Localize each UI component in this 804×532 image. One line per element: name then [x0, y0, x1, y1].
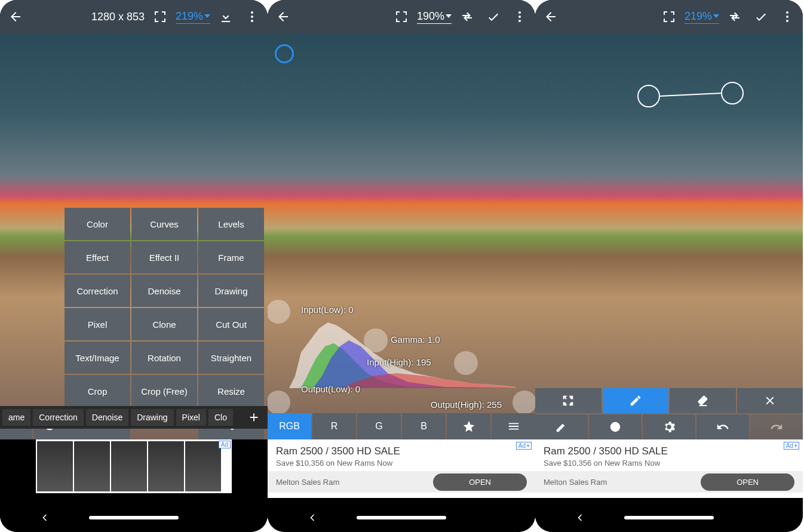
- download-icon[interactable]: [215, 6, 237, 27]
- tools-menu: Color Curves Levels Effect Effect II Fra…: [65, 208, 264, 439]
- menu-denoise[interactable]: Denoise: [131, 275, 197, 307]
- menu-levels[interactable]: Levels: [198, 208, 264, 240]
- add-tab-icon[interactable]: [243, 406, 265, 429]
- ad-banner[interactable]: Ad▾ Ram 2500 / 3500 HD SALE Save $10,356…: [268, 439, 535, 498]
- nav-back-icon[interactable]: [535, 512, 624, 524]
- draw-icon[interactable]: [603, 388, 669, 413]
- canvas[interactable]: [535, 33, 803, 439]
- menu-cutout[interactable]: Cut Out: [198, 308, 264, 340]
- ad-thumb[interactable]: [148, 441, 184, 491]
- ad-badge[interactable]: Ad▾: [784, 442, 799, 450]
- tab-drawing[interactable]: Drawing: [131, 409, 173, 426]
- nav-back-icon[interactable]: [0, 512, 89, 524]
- output-high-handle[interactable]: [513, 390, 535, 414]
- zoom-dropdown[interactable]: 190%: [417, 10, 452, 24]
- phone-3: 219% Ad▾: [535, 0, 803, 532]
- android-navbar: [0, 503, 268, 532]
- menu-crop[interactable]: Crop: [65, 375, 130, 407]
- fullscreen-icon[interactable]: [149, 6, 171, 27]
- svg-point-8: [518, 20, 521, 22]
- menu-color[interactable]: Color: [65, 208, 130, 240]
- nav-home-icon[interactable]: [624, 516, 713, 519]
- input-high-handle[interactable]: [454, 351, 478, 375]
- apply-icon[interactable]: [750, 6, 772, 27]
- menu-rotation[interactable]: Rotation: [131, 342, 197, 374]
- menu-icon[interactable]: [492, 413, 535, 439]
- channel-r[interactable]: R: [312, 413, 356, 439]
- expand-icon[interactable]: [535, 388, 602, 413]
- ad-banner[interactable]: Ad▾ Ram 2500 / 3500 HD SALE Save $10,356…: [535, 439, 803, 498]
- close-icon[interactable]: [737, 388, 803, 413]
- tab-clone[interactable]: Clo: [208, 409, 233, 426]
- menu-clone[interactable]: Clone: [131, 308, 197, 340]
- canvas[interactable]: Input(Low): 0 Gamma: 1.0 Input(High): 19…: [268, 33, 535, 439]
- fullscreen-icon[interactable]: [391, 6, 412, 27]
- nav-home-icon[interactable]: [89, 516, 178, 519]
- gamma-handle[interactable]: [364, 328, 388, 352]
- apply-icon[interactable]: [483, 6, 504, 27]
- output-low-handle[interactable]: [268, 390, 290, 414]
- nav-back-icon[interactable]: [268, 512, 357, 524]
- menu-effect[interactable]: Effect: [65, 241, 130, 273]
- zoom-dropdown[interactable]: 219%: [685, 10, 719, 24]
- tab-pixel[interactable]: Pixel: [176, 409, 206, 426]
- compare-icon[interactable]: [456, 6, 478, 27]
- output-high-label: Output(High): 255: [431, 399, 502, 410]
- menu-frame[interactable]: Frame: [198, 241, 264, 273]
- ad-thumb[interactable]: [185, 441, 221, 491]
- menu-cropfree[interactable]: Crop (Free): [131, 375, 197, 407]
- ad-subtitle: Save $10,356 on New Rams Now: [544, 459, 794, 468]
- svg-point-20: [614, 426, 616, 428]
- back-icon[interactable]: [272, 6, 294, 27]
- undo-icon[interactable]: [696, 414, 749, 439]
- settings-icon[interactable]: [643, 414, 695, 439]
- overflow-icon[interactable]: [241, 6, 263, 27]
- ad-badge[interactable]: Ad: [219, 441, 231, 448]
- overflow-icon[interactable]: [509, 6, 530, 27]
- ad-open-button[interactable]: OPEN: [433, 473, 527, 491]
- selection-ring[interactable]: [275, 44, 294, 63]
- menu-effect2[interactable]: Effect II: [131, 241, 197, 273]
- ad-thumb[interactable]: [74, 441, 110, 491]
- menu-drawing[interactable]: Drawing: [198, 275, 264, 307]
- android-navbar: [535, 503, 803, 532]
- svg-point-0: [251, 11, 253, 14]
- ad-carousel[interactable]: Ad: [36, 439, 232, 493]
- input-low-label: Input(Low): 0: [301, 305, 354, 315]
- ad-badge[interactable]: Ad▾: [516, 442, 532, 450]
- pencil-icon[interactable]: [535, 414, 588, 439]
- tab-correction[interactable]: Correction: [33, 409, 84, 426]
- channel-b[interactable]: B: [402, 413, 446, 439]
- menu-resize[interactable]: Resize: [198, 375, 264, 407]
- menu-curves[interactable]: Curves: [131, 208, 197, 240]
- input-low-handle[interactable]: [268, 300, 290, 324]
- redo-icon[interactable]: [750, 414, 803, 439]
- compare-icon[interactable]: [724, 6, 745, 27]
- tab-denoise[interactable]: Denoise: [86, 409, 128, 426]
- fullscreen-icon[interactable]: [658, 6, 680, 27]
- ad-thumb[interactable]: [37, 441, 73, 491]
- menu-correction[interactable]: Correction: [65, 275, 130, 307]
- menu-textimage[interactable]: Text/Image: [65, 342, 130, 374]
- back-icon[interactable]: [540, 6, 561, 27]
- nav-home-icon[interactable]: [357, 516, 446, 519]
- target-icon[interactable]: [589, 414, 642, 439]
- erase-icon[interactable]: [670, 388, 736, 413]
- svg-point-6: [518, 11, 521, 14]
- canvas[interactable]: Color Curves Levels Effect Effect II Fra…: [0, 33, 268, 439]
- ad-open-button[interactable]: OPEN: [701, 473, 794, 491]
- drawn-line[interactable]: [637, 81, 744, 111]
- ad-source: Melton Sales Ram: [544, 478, 607, 487]
- menu-straighten[interactable]: Straighten: [198, 342, 264, 374]
- menu-pixel[interactable]: Pixel: [65, 308, 130, 340]
- input-high-label: Input(High): 195: [367, 357, 431, 367]
- output-low-label: Output(Low): 0: [301, 384, 360, 394]
- channel-rgb[interactable]: RGB: [268, 413, 311, 439]
- zoom-dropdown[interactable]: 219%: [176, 10, 210, 24]
- overflow-icon[interactable]: [777, 6, 798, 27]
- back-icon[interactable]: [5, 6, 26, 27]
- channel-g[interactable]: G: [357, 413, 401, 439]
- tab-frame[interactable]: ame: [2, 409, 30, 426]
- favorite-icon[interactable]: [447, 413, 490, 439]
- ad-thumb[interactable]: [111, 441, 147, 491]
